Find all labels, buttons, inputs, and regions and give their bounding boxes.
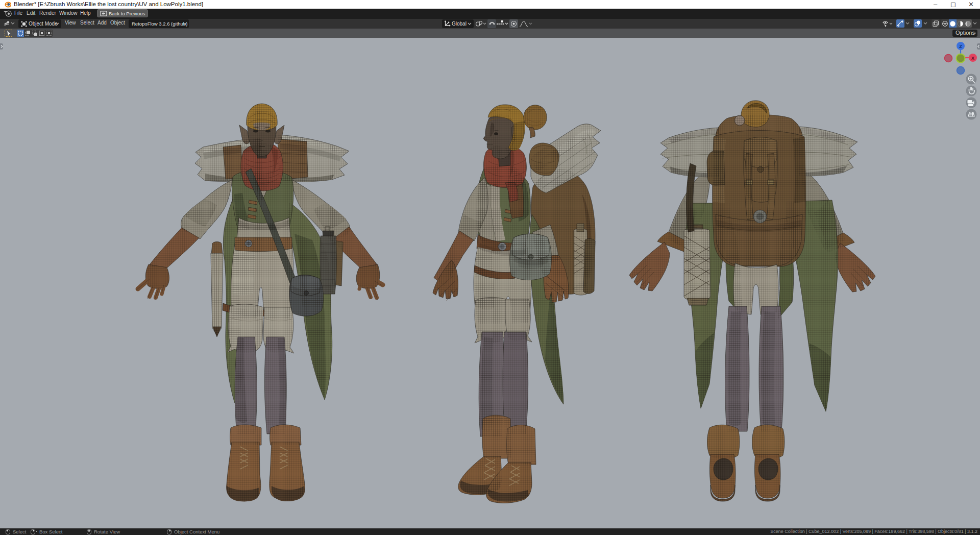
svg-text:X: X bbox=[971, 56, 974, 61]
svg-text:Z: Z bbox=[959, 44, 962, 49]
